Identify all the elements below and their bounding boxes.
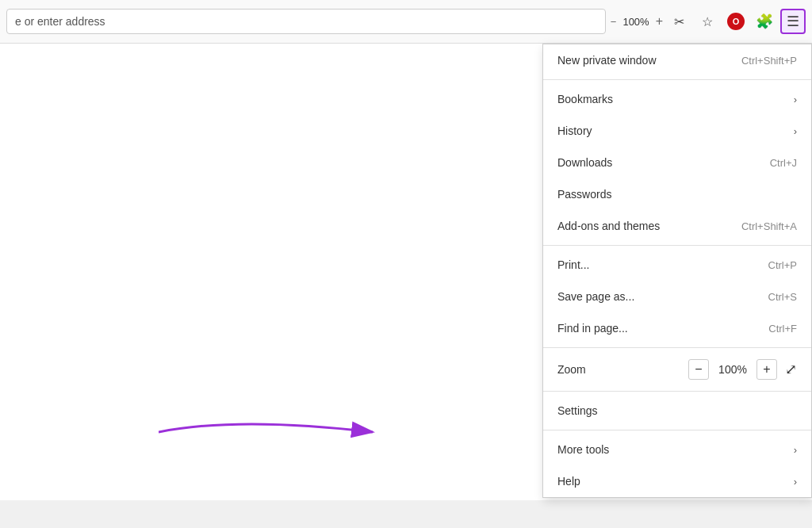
- divider-1: [543, 79, 811, 80]
- save-page-shortcut: Ctrl+S: [768, 291, 797, 303]
- menu-item-find-in-page[interactable]: Find in page... Ctrl+F: [543, 312, 811, 344]
- new-private-window-shortcut: Ctrl+Shift+P: [741, 55, 797, 67]
- zoom-decrease-button[interactable]: −: [688, 359, 709, 380]
- print-shortcut: Ctrl+P: [768, 259, 797, 271]
- help-label: Help: [557, 475, 580, 488]
- menu-item-settings[interactable]: Settings: [543, 395, 811, 427]
- find-in-page-shortcut: Ctrl+F: [768, 323, 797, 335]
- main-content: New private window Ctrl+Shift+P Bookmark…: [0, 44, 812, 500]
- arrow-annotation: [159, 408, 412, 459]
- addons-label: Add-ons and themes: [557, 220, 660, 232]
- divider-5: [543, 430, 811, 430]
- address-text: e or enter address: [15, 15, 105, 28]
- menu-item-history[interactable]: History ›: [543, 115, 811, 147]
- dropdown-menu: New private window Ctrl+Shift+P Bookmark…: [542, 44, 812, 498]
- scissors-button[interactable]: ✂: [666, 9, 691, 34]
- more-tools-label: More tools: [557, 443, 609, 456]
- history-label: History: [557, 124, 592, 137]
- opera-button[interactable]: O: [723, 9, 749, 34]
- hamburger-icon: ☰: [787, 13, 799, 30]
- menu-item-bookmarks[interactable]: Bookmarks ›: [543, 83, 811, 115]
- zoom-row: Zoom − 100% + ⤢: [543, 351, 811, 388]
- browser-chrome: e or enter address − 100% + ✂ ☆ O 🧩 ☰: [0, 0, 812, 44]
- print-label: Print...: [557, 258, 589, 271]
- zoom-fullscreen-icon[interactable]: ⤢: [785, 361, 797, 378]
- zoom-increase-button[interactable]: +: [756, 359, 777, 380]
- divider-2: [543, 245, 811, 246]
- zoom-label: Zoom: [557, 363, 586, 376]
- menu-item-help[interactable]: Help ›: [543, 465, 811, 497]
- divider-3: [543, 347, 811, 348]
- downloads-label: Downloads: [557, 156, 612, 169]
- scissors-icon: ✂: [674, 14, 684, 29]
- star-icon: ☆: [702, 14, 713, 29]
- bookmarks-label: Bookmarks: [557, 93, 613, 105]
- arrow-svg: [159, 408, 412, 456]
- more-tools-arrow: ›: [794, 444, 797, 456]
- divider-4: [543, 391, 811, 392]
- menu-item-print[interactable]: Print... Ctrl+P: [543, 249, 811, 281]
- save-page-label: Save page as...: [557, 290, 634, 303]
- zoom-controls: − 100% + ⤢: [688, 359, 797, 380]
- address-bar[interactable]: e or enter address: [6, 9, 606, 34]
- menu-button[interactable]: ☰: [780, 9, 806, 34]
- menu-item-addons[interactable]: Add-ons and themes Ctrl+Shift+A: [543, 210, 811, 242]
- menu-item-more-tools[interactable]: More tools ›: [543, 434, 811, 465]
- settings-label: Settings: [557, 404, 598, 417]
- zoom-percent-display: 100%: [717, 363, 749, 376]
- bookmarks-arrow: ›: [794, 94, 797, 105]
- chevron-right-icon: ›: [794, 94, 797, 105]
- chevron-right-icon: ›: [794, 476, 797, 488]
- chevron-right-icon: ›: [794, 125, 797, 137]
- zoom-plus-btn[interactable]: +: [656, 14, 663, 29]
- menu-item-new-private-window[interactable]: New private window Ctrl+Shift+P: [543, 44, 811, 76]
- toolbar-right: − 100% + ✂ ☆ O 🧩 ☰: [611, 9, 806, 34]
- history-arrow: ›: [794, 125, 797, 137]
- puzzle-icon: 🧩: [756, 13, 773, 30]
- menu-item-downloads[interactable]: Downloads Ctrl+J: [543, 147, 811, 178]
- menu-item-passwords[interactable]: Passwords: [543, 178, 811, 210]
- chevron-right-icon: ›: [794, 444, 797, 456]
- zoom-level-display: 100%: [619, 16, 652, 28]
- passwords-label: Passwords: [557, 188, 611, 201]
- help-arrow: ›: [794, 476, 797, 488]
- addons-shortcut: Ctrl+Shift+A: [741, 220, 797, 232]
- extensions-button[interactable]: 🧩: [752, 9, 777, 34]
- opera-icon: O: [727, 13, 745, 30]
- bookmarks-button[interactable]: ☆: [695, 9, 720, 34]
- menu-item-save-page[interactable]: Save page as... Ctrl+S: [543, 281, 811, 312]
- zoom-minus-btn[interactable]: −: [611, 16, 617, 28]
- find-in-page-label: Find in page...: [557, 322, 628, 335]
- downloads-shortcut: Ctrl+J: [770, 157, 797, 169]
- new-private-window-label: New private window: [557, 54, 657, 67]
